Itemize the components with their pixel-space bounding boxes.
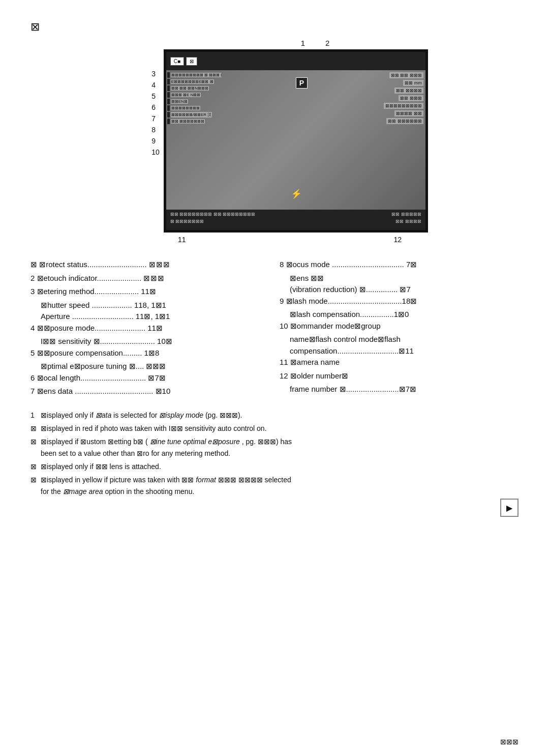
bottom-numbers: 11 12 [158,236,422,244]
entry-folder: 12 ⊠older number⊠ [280,370,518,382]
top-numbers: 1 2 [301,39,330,47]
num-6: 6 [151,103,160,111]
r-item-5: ⊠⊠⊠⊠⊠⊠⊠⊠⊠ [384,103,423,109]
continuous-mode-btn: C■ [170,57,184,66]
note-a: ⊠ ⊠isplayed in red if photo was taken wi… [30,423,518,434]
entry-metering: 3 ⊠etering method..................... 1… [30,286,269,298]
number-1: 1 [301,39,305,47]
entry-flash-mode: 9 ⊠lash mode............................… [280,296,518,307]
p-mode-indicator: P [296,77,308,89]
note-d-text: ⊠isplayed in yellow if picture was taken… [41,474,291,497]
r-item-7: ⊠⊠ ⊠⊠⊠⊠⊠⊠ [386,118,423,124]
r-item-2: ⊠⊠ mm [403,80,423,86]
left-numbers: 3 4 5 6 7 8 9 10 [151,49,160,156]
ind-bar-7: ⊠⊠EN⊠ [167,99,226,104]
entry-iso: I⊠⊠ sensitivity ⊠.......................… [41,336,269,347]
note-c: ⊠ ⊠isplayed only if ⊠⊠ lens is attached. [30,461,518,472]
entry-shutter: ⊠hutter speed ................... 118, 1… [41,300,269,311]
num-3: 3 [151,70,160,78]
bottom-bar-left2: ⊠ ⊠⊠⊠⊠⊠⊠⊠ [170,219,204,224]
note-1-text: ⊠isplayed only if ⊠ata is selected for ⊠… [41,410,242,421]
entry-protect: ⊠ ⊠rotect status........................… [30,259,269,271]
screen-bottom-bar: ⊠⊠ ⊠⊠⊠⊠⊠⊠⊠⊠ ⊠⊠ ⊠⊠⊠⊠⊠⊠⊠⊠ ⊠⊠ ⊠⊠⊠⊠⊠ ⊠ ⊠⊠⊠⊠⊠… [166,210,425,230]
entry-flash-comp2: compensation............................… [290,345,518,357]
note-a-num: ⊠ [30,423,39,434]
entry-focal: 6 ⊠ocal length..........................… [30,372,269,384]
entry-flash-ctrl: name⊠flash control mode⊠flash [290,334,518,345]
ind-bar-5: ⊠⊠ ⊠⊠ ⊠⊠N⊠⊠⊠ [167,85,226,91]
right-data: ⊠⊠ ⊠⊠ ⊠⊠⊠ ⊠⊠ mm ⊠⊠ ⊠⊠⊠⊠ ⊠⊠ ⊠⊠⊠ ⊠⊠⊠⊠⊠⊠⊠⊠⊠… [312,72,423,209]
entry-commander: 10 ⊠ommander mode⊠group [280,321,518,332]
note-b-num: ⊠ [30,436,39,459]
entry-exposure-mode: 4 ⊠⊠posure mode........................ … [30,323,269,334]
play-icon: ▶ [506,503,512,513]
ind-bar-3: ⊠⊠⊠⊠⊠⊠⊠⊠⊠ ⊠ ⊠⊠⊠ ⊠⊠⊠ [167,72,226,78]
num-11: 11 [178,236,186,244]
ind-bar-8: ⊠⊠⊠⊠⊠⊠⊠⊠ [167,105,226,111]
bottom-bar-right: ⊠⊠ ⊠⊠⊠⊠⊠ [391,212,421,217]
entry-frame: frame number ⊠.........................⊠… [290,384,518,395]
note-c-num: ⊠ [30,461,39,472]
num-5: 5 [151,92,160,100]
entry-opt-exp: ⊠ptimal e⊠posure tuning ⊠.... ⊠⊠⊠ [41,361,269,372]
left-column: ⊠ ⊠rotect status........................… [30,259,269,399]
num-9: 9 [151,137,160,145]
note-b: ⊠ ⊠isplayed if ⊠ustom ⊠etting b⊠ ( ⊠ine … [30,436,518,459]
entry-flash-comp: ⊠lash compensation................1⊠0 [290,309,518,321]
entry-lens: 7 ⊠ens data ............................… [30,386,269,397]
num-10: 10 [151,148,160,156]
ind-bar-4: E⊠⊠⊠⊠⊠⊠⊠E⊠⊠ ⊠ [167,79,226,84]
content-section: ⊠ ⊠rotect status........................… [30,259,518,399]
top-icon: ⊠ [30,20,518,34]
r-item-4: ⊠⊠ ⊠⊠⊠ [399,95,423,101]
r-item-1: ⊠⊠ ⊠⊠ ⊠⊠⊠ [389,72,423,78]
screen-top-bar: C■ ⊠ [166,52,425,70]
note-1-num: 1 [30,410,39,421]
r-item-3: ⊠⊠ ⊠⊠⊠⊠ [394,88,423,94]
note-b-text: ⊠isplayed if ⊠ustom ⊠etting b⊠ ( ⊠ine tu… [41,436,292,459]
num-7: 7 [151,114,160,123]
r-item-6: ⊠⊠⊠⊠ ⊠⊠ [394,110,423,117]
page-number: ⊠⊠⊠ [500,738,518,746]
entry-aperture: Aperture ............................. 1… [41,311,269,323]
note-a-text: ⊠isplayed in red if photo was taken with… [41,423,267,434]
num-12: 12 [393,236,402,244]
bottom-bar-right2: ⊠⊠ ⊠⊠⊠⊠ [395,219,421,224]
num-4: 4 [151,81,160,89]
note-c-text: ⊠isplayed only if ⊠⊠ lens is attached. [41,461,161,472]
note-d-num: ⊠ [30,474,39,497]
retouch-mode-btn: ⊠ [186,57,197,66]
indicator-bars: ⊠⊠⊠⊠⊠⊠⊠⊠⊠ ⊠ ⊠⊠⊠ ⊠⊠⊠ E⊠⊠⊠⊠⊠⊠⊠E⊠⊠ ⊠ ⊠⊠ ⊠⊠ … [166,70,227,211]
flash-symbol: ⚡ [291,188,302,199]
entry-lens-vr: ⊠ens ⊠⊠ [290,273,518,284]
play-button[interactable]: ▶ [500,499,518,517]
right-column: 8 ⊠ocus mode ...........................… [280,259,518,399]
ind-bar-10: ⊠⊠ ⊠⊠⊠⊠⊠⊠⊠ [167,119,226,124]
notes-section: 1 ⊠isplayed only if ⊠ata is selected for… [30,410,518,498]
ind-bar-6: ⊠⊠⊠ ⊠E N⊠⊠ [167,92,226,98]
camera-diagram: 1 2 3 4 5 6 7 8 9 10 C■ ⊠ [61,39,518,244]
entry-retouch: 2 ⊠etouch indicator.....................… [30,273,269,284]
ind-bar-9: ⊠⊠⊠⊠⊠⊠/⊠⊠ER 汉 [167,112,226,118]
entry-exp-comp: 5 ⊠⊠posure compensation......... 1⊠8 [30,347,269,359]
entry-focus: 8 ⊠ocus mode ...........................… [280,259,518,271]
num-8: 8 [151,126,160,134]
entry-camera-name: 11 ⊠amera name [280,357,518,368]
bottom-bar-left: ⊠⊠ ⊠⊠⊠⊠⊠⊠⊠⊠ ⊠⊠ ⊠⊠⊠⊠⊠⊠⊠⊠ [170,212,256,217]
entry-vr: (vibration reduction) ⊠............... ⊠… [290,284,518,296]
number-2: 2 [325,39,329,47]
note-1: 1 ⊠isplayed only if ⊠ata is selected for… [30,410,518,421]
note-d: ⊠ ⊠isplayed in yellow if picture was tak… [30,474,518,497]
camera-screen: C■ ⊠ ⊠⊠⊠⊠⊠⊠⊠⊠⊠ ⊠ ⊠⊠⊠ ⊠⊠⊠ E⊠⊠⊠⊠⊠⊠⊠E⊠⊠ ⊠ [164,49,428,232]
